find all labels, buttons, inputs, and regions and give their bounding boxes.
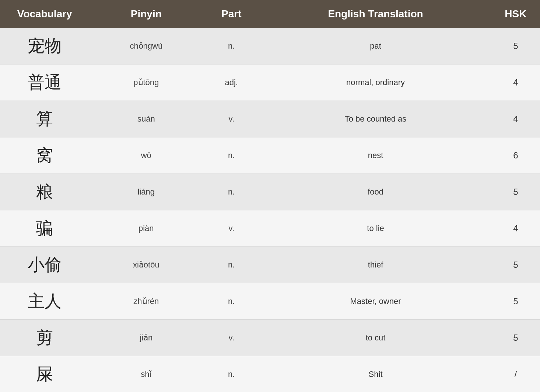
english-cell: to cut: [260, 320, 491, 356]
part-cell: n.: [203, 247, 260, 283]
english-cell: to lie: [260, 210, 491, 247]
pinyin-cell: chǒngwù: [89, 28, 203, 64]
vocabulary-table-container: Vocabulary Pinyin Part English Translati…: [0, 0, 540, 392]
header-part: Part: [203, 0, 260, 28]
part-cell: v.: [203, 101, 260, 137]
vocab-cell: 粮: [0, 174, 89, 210]
hsk-cell: 5: [491, 174, 540, 210]
pinyin-cell: xiǎotōu: [89, 247, 203, 283]
table-row: 粮liángn.food5: [0, 174, 540, 210]
english-cell: food: [260, 174, 491, 210]
part-cell: adj.: [203, 64, 260, 101]
pinyin-cell: pǔtōng: [89, 64, 203, 101]
part-cell: n.: [203, 283, 260, 320]
table-row: 普通pǔtōngadj.normal, ordinary4: [0, 64, 540, 101]
english-cell: thief: [260, 247, 491, 283]
pinyin-cell: jiǎn: [89, 320, 203, 356]
part-cell: n.: [203, 356, 260, 392]
part-cell: n.: [203, 137, 260, 174]
part-cell: v.: [203, 320, 260, 356]
hsk-cell: 4: [491, 210, 540, 247]
hsk-cell: 5: [491, 320, 540, 356]
table-row: 宠物chǒngwùn.pat5: [0, 28, 540, 64]
vocab-cell: 骗: [0, 210, 89, 247]
vocabulary-table: Vocabulary Pinyin Part English Translati…: [0, 0, 540, 392]
table-row: 屎shǐn.Shit/: [0, 356, 540, 392]
hsk-cell: 4: [491, 64, 540, 101]
pinyin-cell: zhǔrén: [89, 283, 203, 320]
table-row: 算suànv.To be counted as4: [0, 101, 540, 137]
english-cell: pat: [260, 28, 491, 64]
english-cell: nest: [260, 137, 491, 174]
english-cell: Shit: [260, 356, 491, 392]
header-hsk: HSK: [491, 0, 540, 28]
pinyin-cell: suàn: [89, 101, 203, 137]
hsk-cell: 6: [491, 137, 540, 174]
english-cell: normal, ordinary: [260, 64, 491, 101]
part-cell: n.: [203, 174, 260, 210]
header-pinyin: Pinyin: [89, 0, 203, 28]
hsk-cell: 5: [491, 247, 540, 283]
pinyin-cell: piàn: [89, 210, 203, 247]
vocab-cell: 窝: [0, 137, 89, 174]
table-row: 剪jiǎnv.to cut5: [0, 320, 540, 356]
pinyin-cell: wō: [89, 137, 203, 174]
table-row: 骗piànv.to lie4: [0, 210, 540, 247]
table-header-row: Vocabulary Pinyin Part English Translati…: [0, 0, 540, 28]
header-english: English Translation: [260, 0, 491, 28]
vocab-cell: 宠物: [0, 28, 89, 64]
english-cell: Master, owner: [260, 283, 491, 320]
hsk-cell: 5: [491, 28, 540, 64]
pinyin-cell: liáng: [89, 174, 203, 210]
hsk-cell: 5: [491, 283, 540, 320]
hsk-cell: 4: [491, 101, 540, 137]
vocab-cell: 屎: [0, 356, 89, 392]
table-row: 主人zhǔrénn.Master, owner5: [0, 283, 540, 320]
part-cell: v.: [203, 210, 260, 247]
vocab-cell: 主人: [0, 283, 89, 320]
pinyin-cell: shǐ: [89, 356, 203, 392]
part-cell: n.: [203, 28, 260, 64]
hsk-cell: /: [491, 356, 540, 392]
vocab-cell: 小偷: [0, 247, 89, 283]
vocab-cell: 剪: [0, 320, 89, 356]
table-row: 窝wōn.nest6: [0, 137, 540, 174]
table-row: 小偷xiǎotōun.thief5: [0, 247, 540, 283]
vocab-cell: 普通: [0, 64, 89, 101]
english-cell: To be counted as: [260, 101, 491, 137]
vocab-cell: 算: [0, 101, 89, 137]
header-vocabulary: Vocabulary: [0, 0, 89, 28]
